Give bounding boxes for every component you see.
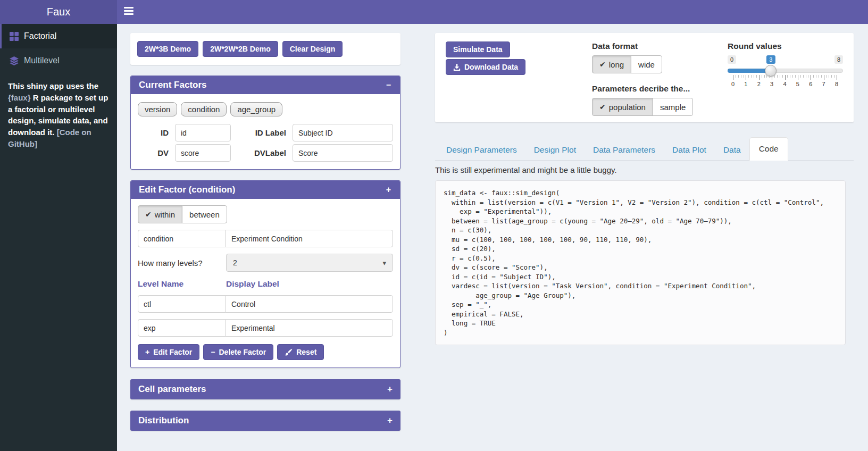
slider-filled-bar[interactable] bbox=[728, 69, 771, 73]
edit-factor-button[interactable]: + Edit Factor bbox=[138, 344, 199, 360]
slider-minor-tick bbox=[780, 75, 780, 78]
generated-code-block[interactable]: sim_data <- faux::sim_design( within = l… bbox=[435, 180, 846, 345]
demo-2w2w2b-button[interactable]: 2W*2W*2B Demo bbox=[203, 41, 278, 57]
reset-button[interactable]: Reset bbox=[277, 344, 324, 360]
demo-2w3b-button[interactable]: 2W*3B Demo bbox=[137, 41, 198, 57]
slider-tick-label: 3 bbox=[770, 81, 773, 87]
collapse-plus-icon[interactable]: + bbox=[387, 415, 393, 426]
slider-minor-tick bbox=[821, 75, 822, 78]
slider-minor-tick bbox=[806, 75, 806, 78]
population-option[interactable]: ✔ population bbox=[592, 98, 653, 116]
sidebar-item-label: Multilevel bbox=[24, 56, 60, 65]
display-label-header: Display Label bbox=[226, 279, 279, 289]
slider-value-badge: 3 bbox=[766, 55, 775, 64]
plus-icon: + bbox=[145, 348, 149, 356]
factor-tag-row: version condition age_group bbox=[138, 102, 393, 116]
download-data-button[interactable]: Download Data bbox=[446, 59, 525, 75]
long-option[interactable]: ✔ long bbox=[592, 55, 631, 73]
level-name-header: Level Name bbox=[138, 279, 226, 289]
data-format-toggle: ✔ long wide bbox=[592, 55, 662, 73]
simulate-data-button[interactable]: Simulate Data bbox=[446, 41, 510, 57]
dv-input[interactable] bbox=[175, 144, 231, 162]
grid-icon bbox=[10, 32, 19, 41]
sidebar-item-multilevel[interactable]: Multilevel bbox=[0, 48, 117, 73]
level-name-input[interactable] bbox=[138, 319, 226, 337]
slider-minor-tick bbox=[769, 75, 770, 78]
current-factors-body: version condition age_group ID ID Label … bbox=[131, 94, 400, 169]
current-factors-box: Current Factors − version condition age_… bbox=[130, 76, 400, 170]
edit-factor-header[interactable]: Edit Factor (condition) + bbox=[131, 181, 400, 199]
slider-minor-tick bbox=[795, 75, 796, 78]
levels-count-select[interactable]: 2 ▾ bbox=[226, 254, 393, 272]
main-content: 2W*3B Demo 2W*2W*2B Demo Clear Design Cu… bbox=[117, 24, 868, 451]
id-input[interactable] bbox=[175, 124, 231, 141]
parameters-toggle: ✔ population sample bbox=[592, 98, 693, 116]
factor-name-input[interactable] bbox=[138, 230, 226, 247]
data-column: Simulate Data Download Data Data format … bbox=[435, 33, 854, 345]
clear-design-button[interactable]: Clear Design bbox=[282, 41, 343, 57]
tab-data-plot[interactable]: Data Plot bbox=[664, 139, 715, 161]
dv-label-input[interactable] bbox=[293, 144, 393, 162]
tab-code[interactable]: Code bbox=[749, 137, 788, 161]
between-option[interactable]: between bbox=[182, 205, 227, 223]
id-label-input[interactable] bbox=[293, 124, 393, 141]
factor-type-toggle: ✔ within between bbox=[138, 205, 227, 223]
slider-major-tick bbox=[785, 75, 786, 80]
experimental-note: This is still experimental and might be … bbox=[435, 165, 854, 174]
distribution-panel[interactable]: Distribution + bbox=[130, 411, 400, 431]
description-text: This shiny app uses the bbox=[8, 81, 98, 90]
panel-title: Cell parameters bbox=[138, 384, 206, 395]
level-row bbox=[138, 295, 393, 313]
tab-data[interactable]: Data bbox=[715, 139, 749, 161]
level-label-input[interactable] bbox=[226, 295, 393, 313]
check-icon: ✔ bbox=[599, 103, 606, 111]
slider-minor-tick bbox=[751, 75, 752, 78]
wide-option[interactable]: wide bbox=[631, 55, 662, 73]
cell-parameters-panel[interactable]: Cell parameters + bbox=[130, 379, 400, 399]
slider-min-label: 0 bbox=[728, 55, 736, 64]
slider-major-tick bbox=[759, 75, 760, 80]
level-row bbox=[138, 319, 393, 337]
slider-minor-tick bbox=[782, 75, 783, 78]
caret-down-icon: ▾ bbox=[382, 259, 386, 267]
tab-data-parameters[interactable]: Data Parameters bbox=[585, 139, 664, 161]
slider-major-tick bbox=[772, 75, 772, 80]
panel-title: Distribution bbox=[138, 415, 189, 426]
factor-tag-age-group[interactable]: age_group bbox=[230, 102, 282, 116]
round-values-slider[interactable]: 0 8 3 012345678 bbox=[728, 55, 843, 94]
slider-minor-tick bbox=[790, 75, 790, 78]
factor-display-label-input[interactable] bbox=[226, 230, 393, 247]
slider-minor-tick bbox=[787, 75, 788, 78]
app-title: Faux bbox=[47, 6, 70, 18]
within-option[interactable]: ✔ within bbox=[138, 205, 182, 223]
current-factors-header[interactable]: Current Factors − bbox=[131, 76, 400, 94]
factor-tag-condition[interactable]: condition bbox=[181, 102, 227, 116]
simulate-card: Simulate Data Download Data Data format … bbox=[435, 33, 854, 122]
collapse-plus-icon[interactable]: + bbox=[385, 185, 392, 195]
level-name-input[interactable] bbox=[138, 295, 226, 313]
app-logo[interactable]: Faux bbox=[0, 0, 117, 24]
slider-minor-tick bbox=[748, 75, 749, 78]
sidebar-toggle-hamburger-icon[interactable] bbox=[124, 7, 133, 16]
factor-tag-version[interactable]: version bbox=[138, 102, 177, 116]
slider-minor-tick bbox=[744, 75, 744, 78]
delete-factor-button[interactable]: − Delete Factor bbox=[203, 344, 273, 360]
sidebar-item-label: Factorial bbox=[24, 31, 56, 41]
tab-design-plot[interactable]: Design Plot bbox=[525, 139, 585, 161]
slider-minor-tick bbox=[764, 75, 765, 78]
levels-question-label: How many levels? bbox=[138, 258, 226, 268]
collapse-plus-icon[interactable]: + bbox=[387, 384, 393, 395]
slider-max-label: 8 bbox=[834, 55, 843, 64]
slider-tick-label: 4 bbox=[783, 81, 786, 87]
slider-major-tick bbox=[746, 75, 746, 80]
slider-major-tick bbox=[798, 75, 798, 80]
edit-factor-body: ✔ within between How many levels? bbox=[131, 199, 400, 368]
slider-major-tick bbox=[837, 75, 837, 80]
level-label-input[interactable] bbox=[226, 319, 393, 337]
sample-option[interactable]: sample bbox=[653, 98, 693, 116]
sidebar-item-factorial[interactable]: Factorial bbox=[0, 24, 117, 48]
tab-design-parameters[interactable]: Design Parameters bbox=[438, 139, 525, 161]
collapse-minus-icon[interactable]: − bbox=[385, 80, 392, 90]
edit-factor-box: Edit Factor (condition) + ✔ within betwe… bbox=[130, 180, 400, 368]
faux-package-link[interactable]: {faux} bbox=[8, 93, 31, 102]
